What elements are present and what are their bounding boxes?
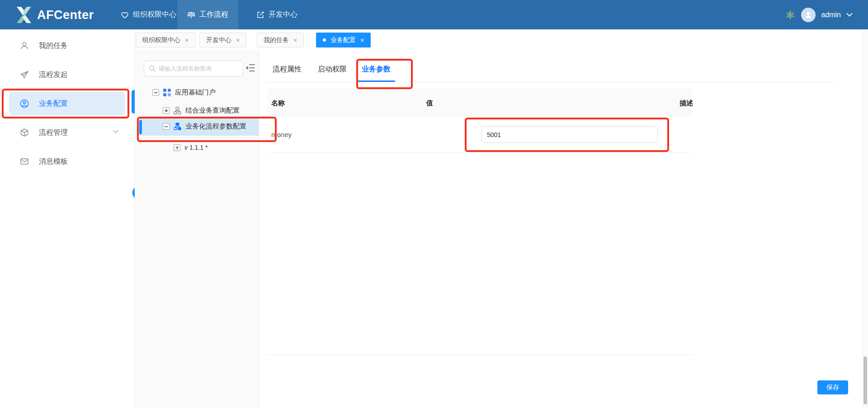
- sitemap-icon: [174, 107, 181, 114]
- tree-node-business-process-param-config[interactable]: 业务化流程参数配置: [163, 122, 246, 131]
- app-grid-icon: [163, 89, 171, 96]
- chevron-down-icon: [113, 130, 118, 133]
- tree-search-input[interactable]: [159, 65, 236, 72]
- sidebar-item-message-template[interactable]: 消息模板: [0, 150, 135, 173]
- sidebar-item-label: 流程管理: [39, 128, 68, 138]
- close-icon[interactable]: ×: [360, 37, 364, 44]
- param-name-cell: money: [271, 131, 292, 138]
- sidebar: 我的任务 流程发起 业务配置 流程管理: [0, 29, 135, 408]
- footer-divider: [268, 355, 693, 355]
- sidebar-item-my-tasks[interactable]: 我的任务: [0, 34, 135, 57]
- tree-search-box: [144, 61, 243, 76]
- user-avatar[interactable]: [801, 8, 816, 22]
- page-tab-dev-center[interactable]: 开发中心 ×: [199, 33, 246, 47]
- tab-start-permission[interactable]: 启动权限: [318, 65, 347, 74]
- nav-org-permission-center[interactable]: 组织权限中心: [111, 0, 186, 29]
- envelope-icon: [20, 157, 29, 166]
- page-tab-label: 业务配置: [330, 36, 356, 44]
- tree-node-label: 业务化流程参数配置: [185, 122, 246, 131]
- app-title: AFCenter: [37, 8, 94, 22]
- paper-plane-icon: [20, 70, 29, 79]
- param-value-input[interactable]: [481, 126, 658, 143]
- tab-business-params[interactable]: 业务参数: [362, 65, 391, 74]
- person-circle-icon: [20, 99, 29, 108]
- expand-toggle-icon[interactable]: [163, 107, 170, 114]
- page-tab-label: 我的任务: [264, 36, 289, 44]
- active-dot-icon: [323, 38, 326, 42]
- nav-workflow[interactable]: 工作流程: [177, 0, 238, 29]
- app-logo-icon: [15, 6, 33, 24]
- heart-icon: [121, 11, 129, 19]
- sidebar-item-label: 我的任务: [39, 41, 68, 51]
- opened-pages-tabstrip: 组织权限中心 × 开发中心 × 我的任务 × 业务配置 ×: [135, 29, 863, 50]
- close-icon[interactable]: ×: [293, 37, 297, 44]
- sidebar-item-business-config[interactable]: 业务配置: [0, 92, 135, 115]
- scrollbar-thumb[interactable]: [863, 356, 867, 404]
- scrollbar-track: [863, 29, 868, 408]
- assistant-plugin-icon[interactable]: [785, 9, 796, 20]
- close-icon[interactable]: ×: [236, 37, 240, 44]
- person-icon: [20, 41, 29, 50]
- column-header-description: 描述: [679, 99, 693, 108]
- nav-label: 开发中心: [269, 10, 297, 19]
- tab-process-properties[interactable]: 流程属性: [273, 65, 302, 74]
- chevron-down-icon[interactable]: [846, 13, 853, 17]
- tree-node-label: v 1.1.1 *: [184, 144, 208, 151]
- sidebar-item-label: 业务配置: [39, 99, 68, 109]
- expand-toggle-icon[interactable]: [174, 144, 180, 151]
- tree-node-app-portal[interactable]: 应用基础门户: [152, 88, 216, 97]
- sidebar-item-process-start[interactable]: 流程发起: [0, 63, 135, 86]
- edit-square-icon: [256, 11, 264, 19]
- collapse-toggle-icon[interactable]: [163, 123, 170, 130]
- collapse-toggle-icon[interactable]: [152, 89, 159, 96]
- close-icon[interactable]: ×: [185, 37, 189, 44]
- page-tab-my-tasks[interactable]: 我的任务 ×: [257, 33, 304, 47]
- tree-node-label: 应用基础门户: [175, 88, 216, 97]
- page-tab-business-config[interactable]: 业务配置 ×: [316, 33, 371, 47]
- process-tree-panel: 应用基础门户 结合业务查询配置 业务化流程参数配置 v 1.1.1 *: [135, 50, 259, 408]
- table-header: [268, 89, 693, 116]
- column-header-name: 名称: [271, 99, 285, 108]
- page-tab-label: 开发中心: [206, 36, 231, 44]
- nav-label: 工作流程: [199, 10, 228, 19]
- column-header-value: 值: [426, 99, 433, 108]
- tree-node-label: 结合业务查询配置: [185, 106, 240, 115]
- collapse-all-icon[interactable]: [246, 64, 255, 72]
- cube-icon: [20, 128, 29, 137]
- tree-node-combined-query-config[interactable]: 结合业务查询配置: [163, 106, 240, 115]
- user-name[interactable]: admin: [821, 11, 841, 19]
- save-button[interactable]: 保存: [817, 380, 848, 394]
- page-tab-org-permission[interactable]: 组织权限中心 ×: [136, 33, 195, 47]
- page-tab-label: 组织权限中心: [142, 36, 180, 44]
- sidebar-item-label: 流程发起: [39, 70, 68, 80]
- tree-node-version[interactable]: v 1.1.1 *: [174, 144, 208, 151]
- top-right-cluster: admin: [785, 0, 863, 29]
- sidebar-item-label: 消息模板: [39, 157, 68, 166]
- sitemap-icon-blue: [174, 123, 181, 130]
- nav-dev-center[interactable]: 开发中心: [246, 0, 307, 29]
- workflow-icon: [187, 11, 195, 19]
- app-logo[interactable]: AFCenter: [15, 5, 94, 24]
- search-icon: [149, 65, 156, 72]
- nav-label: 组织权限中心: [133, 10, 176, 19]
- tabbar-divider: [266, 82, 836, 82]
- sidebar-item-process-manage[interactable]: 流程管理: [0, 121, 135, 144]
- top-bar: AFCenter 组织权限中心 工作流程 开发中心: [0, 0, 868, 29]
- tree-selected-indicator: [139, 120, 142, 134]
